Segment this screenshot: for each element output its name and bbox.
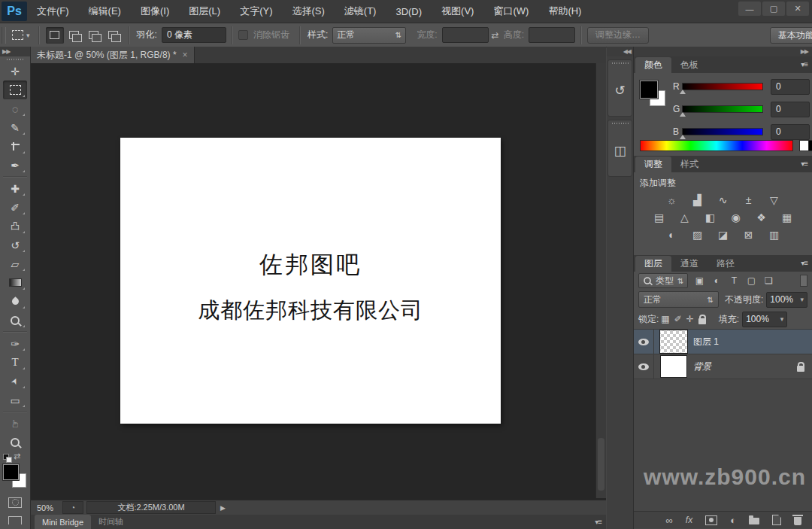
history-panel-button[interactable]: ↺	[607, 59, 632, 117]
add-to-selection-button[interactable]	[65, 27, 83, 44]
levels-icon[interactable]: ▟	[690, 194, 705, 206]
menu-window[interactable]: 窗口(W)	[483, 0, 538, 23]
layer-row-layer1[interactable]: 图层 1	[634, 330, 812, 354]
crop-tool[interactable]	[3, 137, 27, 156]
layer1-name[interactable]: 图层 1	[693, 336, 719, 348]
style-dropdown[interactable]: 正常 ⇅	[332, 27, 406, 44]
history-brush-tool[interactable]: ↺	[3, 236, 27, 254]
document-canvas[interactable]: 佐邦图吧 成都佐邦科技有限公司	[120, 138, 501, 424]
spot-healing-brush-tool[interactable]: ✚	[3, 179, 27, 198]
menu-type[interactable]: 文字(Y)	[230, 0, 282, 23]
close-document-icon[interactable]: ×	[183, 50, 188, 60]
tab-adjustments[interactable]: 调整	[635, 157, 671, 172]
move-tool[interactable]: ✛	[3, 62, 27, 81]
close-button[interactable]: ✕	[786, 2, 809, 16]
default-colors-icon[interactable]	[3, 454, 12, 461]
maximize-button[interactable]: ▢	[762, 2, 785, 16]
green-slider[interactable]	[682, 105, 763, 113]
tab-mini-bridge[interactable]: Mini Bridge	[35, 515, 91, 529]
rectangular-marquee-tool[interactable]	[3, 81, 27, 99]
subtract-from-selection-button[interactable]	[85, 27, 103, 44]
foreground-color-swatch[interactable]	[640, 81, 658, 99]
eraser-tool[interactable]: ▱	[3, 254, 27, 273]
channel-mixer-icon[interactable]: ❖	[754, 211, 769, 223]
tab-styles[interactable]: 样式	[671, 157, 707, 172]
lock-position-icon[interactable]: ✛	[686, 314, 694, 324]
workspace-switcher-button[interactable]: 基本功能	[770, 27, 812, 44]
visibility-cell[interactable]	[634, 330, 654, 354]
blue-slider-thumb[interactable]	[680, 135, 686, 139]
zoom-tool[interactable]	[3, 433, 27, 451]
filter-pixel-layers-icon[interactable]: ▣	[693, 275, 705, 286]
lock-transparent-pixels-icon[interactable]: ▦	[661, 314, 669, 324]
background-thumbnail[interactable]	[660, 355, 687, 378]
new-group-button[interactable]	[749, 515, 759, 524]
lasso-tool[interactable]: ◌	[3, 99, 27, 118]
expand-panels-button[interactable]: ◀◀	[607, 47, 633, 56]
red-value-input[interactable]: 0	[771, 79, 810, 95]
clone-stamp-tool[interactable]: 凸	[3, 217, 27, 236]
width-input[interactable]	[442, 27, 489, 43]
lock-all-icon[interactable]	[698, 318, 706, 324]
layer-style-button[interactable]: fx	[686, 515, 692, 525]
gradient-tool[interactable]	[3, 273, 27, 292]
green-slider-thumb[interactable]	[680, 112, 686, 117]
blur-tool[interactable]	[3, 292, 27, 311]
filter-shape-layers-icon[interactable]: ▢	[745, 275, 757, 286]
invert-icon[interactable]: ◐	[665, 229, 680, 241]
color-spectrum-ramp[interactable]	[640, 140, 793, 151]
rectangle-shape-tool[interactable]: ▭	[3, 391, 27, 409]
lock-image-pixels-icon[interactable]: ✐	[674, 314, 682, 324]
blue-value-input[interactable]: 0	[771, 124, 810, 140]
fill-input[interactable]: 100% ▾	[742, 312, 787, 327]
blend-mode-dropdown[interactable]: 正常 ⇅	[638, 291, 719, 308]
path-selection-tool[interactable]: ➤	[3, 372, 27, 391]
pen-tool[interactable]: ✑	[3, 334, 27, 353]
tab-layers[interactable]: 图层	[635, 256, 671, 272]
swap-dimensions-icon[interactable]: ⇄	[492, 30, 499, 41]
filter-smart-objects-icon[interactable]: ❏	[762, 275, 774, 286]
opacity-input[interactable]: 100% ▾	[766, 292, 807, 308]
intersect-selection-button[interactable]	[105, 27, 123, 44]
document-tab[interactable]: 未标题-1 @ 50% (图层 1, RGB/8) * ×	[31, 47, 195, 63]
antialias-checkbox[interactable]	[238, 30, 248, 40]
tab-paths[interactable]: 路径	[707, 256, 744, 272]
screen-mode-button[interactable]	[8, 516, 22, 524]
hand-tool[interactable]: ☞	[3, 414, 27, 433]
filter-type-dropdown[interactable]: 类型 ⇅	[638, 273, 688, 288]
status-clock-icon[interactable]: ◔	[62, 501, 83, 514]
height-input[interactable]	[529, 27, 575, 43]
tab-swatches[interactable]: 色板	[671, 57, 707, 73]
red-slider[interactable]	[682, 83, 763, 90]
eyedropper-tool[interactable]: ✒	[3, 156, 27, 175]
black-white-icon[interactable]: ◧	[703, 211, 718, 223]
new-selection-button[interactable]	[46, 27, 64, 44]
minimize-button[interactable]: —	[738, 2, 761, 16]
posterize-icon[interactable]: ▨	[690, 229, 705, 241]
background-name[interactable]: 背景	[693, 360, 711, 373]
scrollbar-thumb[interactable]	[598, 438, 604, 491]
canvas-area[interactable]: 佐邦图吧 成都佐邦科技有限公司	[31, 63, 595, 498]
color-balance-icon[interactable]: △	[677, 211, 692, 223]
menu-view[interactable]: 视图(V)	[432, 0, 483, 23]
foreground-color-swatch[interactable]	[3, 464, 19, 480]
new-adjustment-layer-button[interactable]: ◐	[730, 515, 736, 526]
panel-menu-icon[interactable]: ▾≡	[801, 60, 807, 68]
panel-menu-icon[interactable]: ▾≡	[801, 160, 807, 168]
collapse-panels-button[interactable]: ▶▶	[634, 47, 812, 56]
tab-color[interactable]: 颜色	[635, 57, 671, 73]
quick-mask-button[interactable]	[3, 493, 27, 512]
properties-panel-button[interactable]: ◫	[607, 120, 632, 177]
filter-type-layers-icon[interactable]: T	[728, 275, 740, 286]
swap-colors-icon[interactable]: ⇄	[14, 451, 20, 461]
panel-menu-icon[interactable]: ▾≡	[595, 518, 601, 526]
new-layer-button[interactable]	[772, 515, 781, 525]
photo-filter-icon[interactable]: ◉	[729, 211, 744, 223]
color-lookup-icon[interactable]: ▦	[780, 211, 795, 223]
tool-preset-picker[interactable]: ▾	[9, 29, 33, 41]
menu-file[interactable]: 文件(F)	[27, 0, 79, 23]
delete-layer-button[interactable]	[794, 515, 801, 525]
type-tool[interactable]: T	[3, 353, 27, 372]
red-slider-thumb[interactable]	[680, 90, 686, 94]
visibility-cell[interactable]	[634, 354, 654, 379]
